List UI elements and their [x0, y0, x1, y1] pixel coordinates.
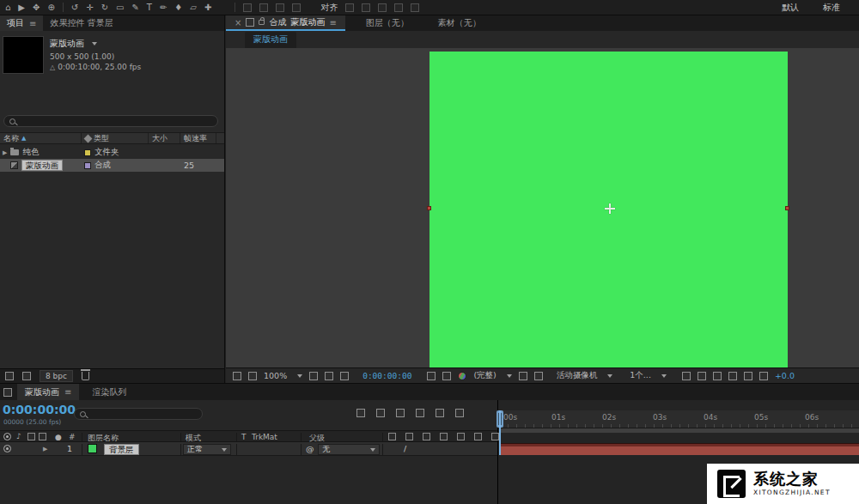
zoom-tool-icon[interactable]: ⊕ — [47, 3, 54, 12]
workspace-default-button[interactable]: 默认 — [782, 2, 799, 14]
tab-render-queue[interactable]: 渲染队列 — [84, 384, 134, 400]
tab-project[interactable]: 项目 ≡ — [0, 15, 43, 31]
column-header-size[interactable]: 大小 — [149, 133, 180, 143]
pen-tool-icon[interactable]: ✎ — [131, 3, 138, 12]
shape-tool-icon[interactable]: ▭ — [116, 3, 124, 12]
quality-column-icon[interactable] — [423, 433, 430, 440]
transparency-grid-icon[interactable] — [519, 372, 527, 380]
flowchart-button-icon[interactable] — [744, 372, 752, 380]
align-option-icon[interactable] — [378, 3, 387, 12]
column-header-name[interactable]: 名称 ▲ — [0, 133, 82, 143]
adjustment-column-icon[interactable] — [474, 433, 482, 440]
layer-expander-icon[interactable]: ▶ — [43, 446, 47, 452]
layer-name[interactable]: 背景层 — [104, 444, 139, 455]
selection-handle-right[interactable] — [785, 206, 789, 210]
current-time-indicator-handle[interactable] — [497, 410, 503, 428]
tab-effect-controls[interactable]: 效果控件 背景层 — [43, 15, 119, 31]
anchor-point-icon[interactable] — [605, 203, 615, 214]
layer-duration-bar[interactable] — [499, 443, 859, 455]
audio-column-icon[interactable]: ♪ — [16, 432, 21, 440]
mask-path-visibility-icon[interactable] — [325, 372, 333, 380]
toolbar-extra-icon[interactable] — [276, 3, 284, 12]
reset-exposure-icon[interactable] — [759, 372, 768, 380]
clone-stamp-tool-icon[interactable]: ♦ — [174, 3, 182, 12]
column-header-type[interactable]: 类型 — [82, 133, 149, 143]
pixel-aspect-icon[interactable] — [698, 372, 706, 380]
fast-previews-icon[interactable] — [713, 372, 722, 380]
column-header-fps[interactable]: 帧速率 — [180, 133, 216, 143]
align-option-icon[interactable] — [394, 3, 403, 12]
workspace-standard-button[interactable]: 标准 — [823, 2, 840, 14]
brush-tool-icon[interactable]: ✏ — [160, 3, 167, 12]
snapshot-icon[interactable] — [427, 372, 436, 380]
solo-column-icon[interactable] — [27, 433, 35, 440]
graph-editor-icon[interactable] — [455, 409, 464, 417]
motion-blur-icon[interactable] — [436, 409, 444, 417]
layer-row[interactable]: ▶ 1 背景层 正常 @ 无 / — [0, 442, 497, 456]
align-option-icon[interactable] — [362, 3, 370, 12]
shared-view-icon[interactable] — [682, 372, 691, 380]
timeline-button-icon[interactable] — [728, 372, 737, 380]
video-column-icon[interactable] — [3, 433, 11, 440]
orbit-tool-icon[interactable]: ↺ — [71, 3, 78, 12]
preview-time-display[interactable]: 0:00:00:00 — [362, 371, 411, 380]
label-color-chip[interactable] — [84, 149, 91, 156]
resolution-button[interactable]: (完整) — [473, 370, 496, 381]
viewer-comp-subtab[interactable]: 蒙版动画 — [245, 32, 296, 48]
rotation-tool-icon[interactable]: ↻ — [101, 3, 108, 12]
layer-color-chip[interactable] — [88, 444, 97, 453]
align-option-icon[interactable] — [345, 3, 354, 12]
tab-layer[interactable]: 图层（无） — [357, 15, 417, 31]
label-color-chip[interactable] — [84, 162, 91, 169]
always-preview-icon[interactable] — [233, 372, 241, 380]
panel-menu-icon[interactable]: ≡ — [29, 19, 36, 28]
collapse-column-icon[interactable] — [405, 433, 413, 440]
label-column-header[interactable]: ● — [55, 433, 62, 441]
hand-tool-icon[interactable]: ✥ — [33, 3, 40, 12]
lock-icon[interactable] — [259, 20, 265, 25]
tab-timeline-comp[interactable]: 蒙版动画 ≡ — [17, 384, 79, 400]
panel-menu-icon[interactable]: ≡ — [329, 18, 336, 27]
frame-blend-icon[interactable] — [416, 409, 424, 417]
eraser-tool-icon[interactable]: ▱ — [190, 3, 197, 12]
composition-viewer[interactable] — [226, 48, 859, 367]
comp-thumbnail[interactable] — [3, 36, 44, 74]
shy-column-icon[interactable] — [388, 433, 396, 440]
show-channel-icon[interactable] — [458, 372, 466, 380]
blend-mode-dropdown[interactable]: 正常 — [183, 444, 231, 455]
project-row-folder[interactable]: ▶ 纯色 文件夹 — [0, 146, 224, 159]
pan-behind-tool-icon[interactable]: ✛ — [86, 3, 93, 12]
current-time-display[interactable]: 0:00:00:00 — [3, 403, 76, 416]
comp-mini-flowchart-icon[interactable] — [356, 409, 365, 417]
delete-icon[interactable] — [82, 372, 89, 380]
timeline-ruler[interactable]: :00s 01s 02s 03s 04s 05s 06s — [499, 410, 859, 428]
tab-composition[interactable]: × 合成 蒙版动画 ≡ — [226, 15, 345, 31]
panel-menu-icon[interactable]: ≡ — [64, 387, 71, 397]
expander-icon[interactable]: ▶ — [3, 149, 7, 156]
magnification-icon[interactable] — [248, 372, 257, 380]
draft-3d-icon[interactable] — [376, 409, 385, 417]
parent-pickwhip-icon[interactable]: @ — [306, 444, 314, 453]
project-search-field[interactable] — [3, 115, 218, 127]
trkmat-column-header[interactable]: TrkMat — [252, 433, 277, 441]
puppet-tool-icon[interactable]: ✚ — [204, 3, 211, 12]
tab-footage[interactable]: 素材（无） — [430, 15, 490, 31]
zoom-level-button[interactable]: 100% — [264, 371, 287, 380]
close-icon[interactable]: × — [235, 18, 241, 27]
timeline-search-field[interactable] — [74, 408, 203, 420]
align-option-icon[interactable] — [411, 3, 419, 12]
selection-handle-left[interactable] — [427, 206, 431, 210]
interpret-footage-icon[interactable] — [5, 372, 14, 380]
region-of-interest-icon[interactable] — [340, 372, 349, 380]
selection-tool-icon[interactable]: ▶ — [18, 3, 25, 12]
toolbar-extra-icon[interactable] — [259, 3, 268, 12]
target-region-icon[interactable] — [534, 372, 543, 380]
exposure-value[interactable]: +0.0 — [775, 371, 795, 380]
quality-toggle-icon[interactable]: / — [404, 444, 406, 453]
show-snapshot-icon[interactable] — [442, 372, 451, 380]
parent-dropdown[interactable]: 无 — [318, 444, 380, 455]
hide-shy-layers-icon[interactable] — [396, 409, 405, 417]
work-area-bar[interactable] — [499, 428, 859, 433]
camera-view-button[interactable]: 活动摄像机 — [557, 370, 598, 381]
layer-visibility-icon[interactable] — [3, 445, 11, 452]
